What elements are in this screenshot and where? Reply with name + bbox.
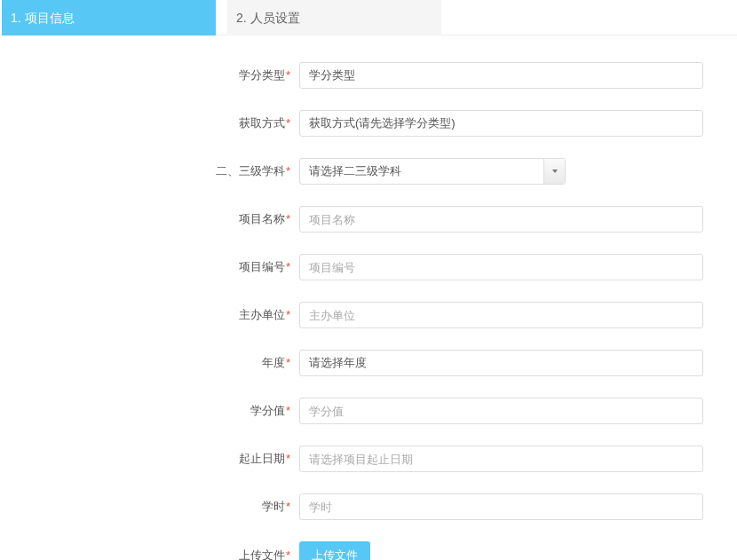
label-upload: 上传文件*	[2, 548, 299, 560]
row-subject: 二、三级学科* 请选择二三级学科	[2, 158, 737, 185]
row-project-name: 项目名称*	[2, 206, 737, 233]
row-class-hour: 学时*	[2, 493, 737, 520]
row-upload: 上传文件* 上传文件	[2, 541, 737, 560]
form-container: 学分类型* 学分类型 获取方式* 获取方式(请先选择学分类型) 二、三级学科* …	[0, 35, 737, 560]
label-project-no: 项目编号*	[2, 259, 299, 275]
select-year-text: 请选择年度	[309, 355, 693, 371]
chevron-down-icon	[543, 159, 565, 184]
input-class-hour[interactable]	[299, 493, 703, 520]
select-obtain-method[interactable]: 获取方式(请先选择学分类型)	[299, 110, 703, 137]
tab-personnel-settings[interactable]: 2. 人员设置	[227, 0, 441, 35]
input-host-unit[interactable]	[299, 302, 703, 328]
label-date-range: 起止日期*	[2, 451, 299, 467]
select-subject[interactable]: 请选择二三级学科	[299, 158, 566, 185]
row-credit-type: 学分类型* 学分类型	[2, 62, 737, 89]
input-project-no[interactable]	[299, 254, 703, 280]
label-class-hour: 学时*	[2, 499, 299, 515]
label-credit-value: 学分值*	[2, 403, 299, 419]
tab-project-info[interactable]: 1. 项目信息	[2, 0, 216, 35]
row-year: 年度* 请选择年度	[2, 350, 737, 376]
select-obtain-method-text: 获取方式(请先选择学分类型)	[309, 115, 693, 131]
label-subject: 二、三级学科*	[2, 163, 299, 179]
input-date-range[interactable]	[299, 446, 703, 472]
input-credit-value[interactable]	[299, 398, 703, 424]
label-obtain-method: 获取方式*	[2, 115, 299, 131]
select-credit-type[interactable]: 学分类型	[299, 62, 703, 89]
label-project-name: 项目名称*	[2, 211, 299, 227]
label-credit-type: 学分类型*	[2, 67, 299, 83]
input-project-name[interactable]	[299, 206, 703, 233]
label-year: 年度*	[2, 355, 299, 371]
row-obtain-method: 获取方式* 获取方式(请先选择学分类型)	[2, 110, 737, 137]
label-host-unit: 主办单位*	[2, 307, 299, 323]
row-host-unit: 主办单位*	[2, 302, 737, 328]
upload-button[interactable]: 上传文件	[299, 541, 370, 560]
row-date-range: 起止日期*	[2, 446, 737, 472]
select-credit-type-text: 学分类型	[309, 67, 693, 83]
row-project-no: 项目编号*	[2, 254, 737, 280]
tab-bar: 1. 项目信息 2. 人员设置	[0, 0, 737, 35]
select-subject-text: 请选择二三级学科	[309, 163, 543, 179]
row-credit-value: 学分值*	[2, 398, 737, 424]
select-year[interactable]: 请选择年度	[299, 350, 703, 376]
